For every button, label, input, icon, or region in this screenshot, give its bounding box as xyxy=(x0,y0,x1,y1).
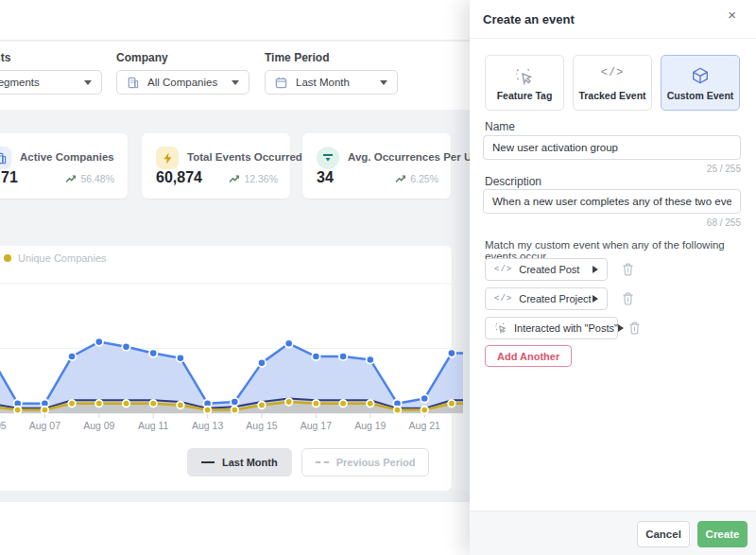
type-card-custom-event[interactable]: Custom Event xyxy=(661,55,740,111)
close-icon[interactable]: × xyxy=(728,8,736,22)
average-icon xyxy=(317,147,339,169)
time-period-filter-label: Time Period xyxy=(265,51,398,64)
calendar-icon xyxy=(275,77,287,89)
svg-text:Aug 15: Aug 15 xyxy=(246,420,277,431)
description-label: Description xyxy=(485,175,541,188)
name-label: Name xyxy=(485,120,515,133)
stat-value: 60,874 xyxy=(156,169,202,186)
add-another-button[interactable]: Add Another xyxy=(485,345,572,367)
stat-trend: 12.36% xyxy=(229,173,278,184)
segments-dropdown-value: All Segments xyxy=(0,77,77,88)
building-icon xyxy=(0,147,11,169)
stat-value: 34 xyxy=(317,169,334,186)
time-period-dropdown[interactable]: Last Month xyxy=(265,70,398,95)
type-card-label: Tracked Event xyxy=(578,90,645,101)
dashed-line-icon xyxy=(316,461,329,463)
description-field[interactable] xyxy=(483,189,741,214)
code-icon: </> xyxy=(574,66,651,79)
code-icon: </> xyxy=(494,265,512,274)
description-counter: 68 / 255 xyxy=(707,217,741,228)
trash-icon[interactable] xyxy=(622,292,634,305)
stat-trend: 6.25% xyxy=(395,173,438,184)
caret-right-icon xyxy=(618,324,624,332)
last-month-toggle[interactable]: Last Month xyxy=(187,448,292,477)
event-row-created-post[interactable]: </> Created Post xyxy=(485,258,608,281)
svg-text:Aug 07: Aug 07 xyxy=(29,420,60,431)
magic-cursor-icon xyxy=(486,66,563,87)
name-field[interactable] xyxy=(483,135,741,160)
svg-text:Aug 09: Aug 09 xyxy=(83,420,114,431)
solid-line-icon xyxy=(201,461,215,463)
time-period-dropdown-value: Last Month xyxy=(296,77,372,88)
company-filter: Company All Companies xyxy=(116,51,249,95)
panel-divider xyxy=(470,38,756,39)
stat-card-total-events: Total Events Occurred 60,874 12.36% xyxy=(142,133,290,199)
cancel-button[interactable]: Cancel xyxy=(637,521,690,547)
section-divider xyxy=(0,491,470,502)
trend-up-icon xyxy=(229,174,240,183)
cube-icon xyxy=(662,66,739,85)
stat-trend: 56.48% xyxy=(65,173,114,184)
panel-title: Create an event xyxy=(483,12,575,26)
segments-filter-label: Segments xyxy=(0,51,102,64)
svg-text:Aug 17: Aug 17 xyxy=(301,420,332,431)
type-card-feature-tag[interactable]: Feature Tag xyxy=(485,55,564,111)
event-row-label: Created Post xyxy=(519,264,579,275)
stat-card-active-companies: Active Companies 71 56.48% xyxy=(0,133,128,199)
svg-text:Aug 19: Aug 19 xyxy=(354,420,386,431)
type-card-tracked-event[interactable]: </> Tracked Event xyxy=(573,55,652,111)
event-row-label: Created Project xyxy=(519,293,591,304)
create-event-panel: Create an event × Feature Tag </> Tracke… xyxy=(470,0,756,555)
svg-text:Aug 21: Aug 21 xyxy=(409,420,440,431)
svg-text:Aug 11: Aug 11 xyxy=(138,420,169,431)
stat-label: Active Companies xyxy=(20,151,114,163)
caret-right-icon xyxy=(593,266,598,273)
trash-icon[interactable] xyxy=(628,321,641,335)
trash-icon[interactable] xyxy=(622,263,634,276)
segments-dropdown[interactable]: All Segments xyxy=(0,70,102,95)
magic-cursor-icon xyxy=(494,321,507,335)
panel-footer: Cancel Create xyxy=(470,511,756,555)
segments-filter: Segments All Segments xyxy=(0,51,102,95)
svg-text:Aug 05: Aug 05 xyxy=(0,420,7,431)
chevron-down-icon xyxy=(380,80,387,85)
chevron-down-icon xyxy=(232,80,239,85)
company-dropdown[interactable]: All Companies xyxy=(116,70,249,95)
stat-card-avg-occurrences: Avg. Occurrences Per User 34 6.25% xyxy=(302,133,451,199)
code-icon: </> xyxy=(494,294,512,304)
name-counter: 25 / 255 xyxy=(707,164,741,174)
caret-right-icon xyxy=(593,295,598,303)
lightning-icon xyxy=(156,147,179,169)
time-period-filter: Time Period Last Month xyxy=(265,51,398,95)
create-button[interactable]: Create xyxy=(697,521,747,547)
company-dropdown-value: All Companies xyxy=(147,77,224,88)
stat-value: 71 xyxy=(1,169,18,186)
event-row-label: Interacted with "Posts" xyxy=(514,322,618,334)
previous-period-toggle[interactable]: Previous Period xyxy=(301,448,430,477)
trend-up-icon xyxy=(65,174,77,183)
type-card-label: Custom Event xyxy=(667,90,734,101)
svg-text:Aug 13: Aug 13 xyxy=(192,420,223,431)
bottom-card xyxy=(0,502,470,555)
chevron-down-icon xyxy=(84,80,92,85)
event-row-interacted-posts[interactable]: Interacted with "Posts" xyxy=(485,317,618,339)
stat-label: Total Events Occurred xyxy=(187,151,302,163)
event-row-created-project[interactable]: </> Created Project xyxy=(485,287,608,310)
company-filter-label: Company xyxy=(116,51,249,64)
type-card-label: Feature Tag xyxy=(497,90,553,101)
building-icon xyxy=(127,77,139,89)
chart-toggle-row: Last Month Previous Period xyxy=(187,448,429,477)
stat-label: Avg. Occurrences Per User xyxy=(348,151,489,163)
trend-up-icon xyxy=(395,174,406,183)
